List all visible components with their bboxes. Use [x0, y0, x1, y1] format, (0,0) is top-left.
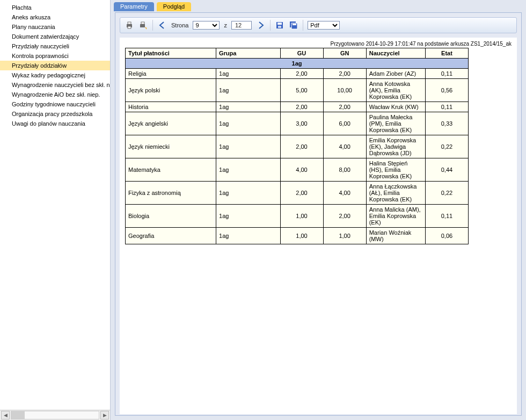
table-row: Język niemiecki1ag2,004,00Emilia Koprows…: [126, 135, 469, 158]
report-meta: Przygotowano 2014-10-29 17:01:47 na pods…: [123, 40, 514, 48]
cell: Biologia: [126, 205, 216, 228]
sidebar-item[interactable]: Kontrola poprawności: [0, 51, 110, 61]
cell: 5,00: [280, 79, 323, 102]
sidebar-item[interactable]: Płachta: [0, 3, 110, 12]
cell: 0,33: [425, 112, 468, 135]
sidebar-item[interactable]: Aneks arkusza: [0, 12, 110, 22]
sidebar-item[interactable]: Wykaz kadry pedagogicznej: [0, 70, 110, 80]
table-row: Historia1ag2,002,00Wacław Kruk (KW)0,11: [126, 102, 469, 112]
cell: 1ag: [216, 158, 280, 182]
sidebar-item[interactable]: Wynagrodzenie nauczycieli bez skł. n: [0, 80, 110, 90]
sidebar: PłachtaAneks arkuszaPlany nauczaniaDokum…: [0, 0, 111, 420]
sidebar-item[interactable]: Przydziały oddziałów: [0, 61, 110, 70]
cell: 1,00: [323, 228, 366, 244]
tab-preview[interactable]: Podgląd: [157, 2, 191, 11]
cell: Geografia: [126, 228, 216, 244]
scroll-right-button[interactable]: ▶: [100, 411, 109, 419]
col-gu: GU: [280, 48, 323, 59]
scroll-track[interactable]: [11, 411, 99, 419]
sidebar-item[interactable]: Wynagrodzenie AiO bez skł. niep.: [0, 90, 110, 99]
cell: Emilia Koprowska (EK), Jadwiga Dąbrowska…: [366, 135, 425, 158]
cell: 1,00: [280, 205, 323, 228]
cell: Wacław Kruk (KW): [366, 102, 425, 112]
page-label: Strona: [171, 22, 188, 28]
cell: Matematyka: [126, 158, 216, 182]
cell: Anna Malicka (AM), Emilia Koprowska (EK): [366, 205, 425, 228]
cell: 1ag: [216, 79, 280, 102]
document-area: Strona 123456789101112 z 12 Pdf Przygoto: [115, 12, 522, 416]
cell: 4,00: [323, 182, 366, 205]
quick-print-icon[interactable]: [138, 20, 148, 30]
cell: Marian Woźniak (MW): [366, 228, 425, 244]
table-header-row: Tytuł płatności Grupa GU GN Nauczyciel E…: [126, 48, 469, 59]
cell: 3,00: [280, 112, 323, 135]
prev-page-icon[interactable]: [157, 20, 167, 30]
scroll-left-button[interactable]: ◀: [1, 411, 10, 419]
sidebar-item[interactable]: Uwagi do planów nauczania: [0, 119, 110, 128]
next-page-icon[interactable]: [256, 20, 266, 30]
cell: 2,00: [323, 205, 366, 228]
nav-list: PłachtaAneks arkuszaPlany nauczaniaDokum…: [0, 0, 110, 410]
cell: 4,00: [323, 135, 366, 158]
cell: 1ag: [216, 182, 280, 205]
table-row: Matematyka1ag4,008,00Halina Stępień (HS)…: [126, 158, 469, 182]
cell: 8,00: [323, 158, 366, 182]
cell: 2,00: [323, 69, 366, 79]
report-toolbar: Strona 123456789101112 z 12 Pdf: [120, 17, 517, 33]
cell: 0,11: [425, 69, 468, 79]
sidebar-item[interactable]: Godziny tygodniowe nauczycieli: [0, 99, 110, 109]
cell: 0,06: [425, 228, 468, 244]
cell: Język polski: [126, 79, 216, 102]
tab-parameters[interactable]: Parametry: [114, 2, 154, 11]
toolbar-separator: [270, 20, 271, 31]
sidebar-item[interactable]: Organizacja pracy przedszkola: [0, 109, 110, 119]
svg-rect-6: [277, 23, 282, 25]
page-select[interactable]: 123456789101112: [193, 21, 220, 30]
cell: 1,00: [280, 228, 323, 244]
sidebar-item[interactable]: Plany nauczania: [0, 22, 110, 32]
cell: Paulina Małecka (PM), Emilia Koprowska (…: [366, 112, 425, 135]
cell: Religia: [126, 69, 216, 79]
cell: Fizyka z astronomią: [126, 182, 216, 205]
cell: 4,00: [280, 158, 323, 182]
cell: 0,22: [425, 182, 468, 205]
sidebar-item[interactable]: Przydziały nauczycieli: [0, 41, 110, 51]
svg-rect-7: [278, 26, 281, 28]
cell: Anna Kotowska (AK), Emilia Koprowska (EK…: [366, 79, 425, 102]
main-panel: Parametry Podgląd Strona 123456789101112…: [111, 0, 526, 420]
scroll-thumb[interactable]: [11, 411, 25, 419]
cell: 1ag: [216, 69, 280, 79]
col-grupa: Grupa: [216, 48, 280, 59]
print-icon[interactable]: [125, 20, 134, 30]
cell: Język niemiecki: [126, 135, 216, 158]
save-all-icon[interactable]: [289, 20, 298, 30]
group-header: 1ag: [126, 59, 469, 69]
save-icon[interactable]: [275, 20, 284, 30]
svg-rect-1: [128, 22, 131, 24]
cell: 1ag: [216, 135, 280, 158]
table-row: Język polski1ag5,0010,00Anna Kotowska (A…: [126, 79, 469, 102]
cell: 1ag: [216, 112, 280, 135]
format-select[interactable]: Pdf: [308, 21, 340, 30]
report-table: 1ag Tytuł płatności Grupa GU GN Nauczyci…: [125, 48, 469, 244]
cell: Historia: [126, 102, 216, 112]
cell: Halina Stępień (HS), Emilia Koprowska (E…: [366, 158, 425, 182]
cell: Adam Ziober (AZ): [366, 69, 425, 79]
app-window: PłachtaAneks arkuszaPlany nauczaniaDokum…: [0, 0, 526, 420]
report-viewport[interactable]: Przygotowano 2014-10-29 17:01:47 na pods…: [120, 38, 517, 414]
sidebar-item[interactable]: Dokument zatwierdzający: [0, 32, 110, 41]
table-row: Fizyka z astronomią1ag2,004,00Anna Łączk…: [126, 182, 469, 205]
col-gn: GN: [323, 48, 366, 59]
cell: 0,44: [425, 158, 468, 182]
cell: 6,00: [323, 112, 366, 135]
cell: 2,00: [280, 135, 323, 158]
sidebar-scrollbar[interactable]: ◀ ▶: [0, 410, 110, 420]
col-etat: Etat: [425, 48, 468, 59]
cell: 0,11: [425, 205, 468, 228]
page-total: 12: [231, 21, 252, 30]
cell: 1ag: [216, 205, 280, 228]
cell: 10,00: [323, 79, 366, 102]
cell: 2,00: [280, 69, 323, 79]
col-tytul: Tytuł płatności: [126, 48, 216, 59]
cell: 0,22: [425, 135, 468, 158]
